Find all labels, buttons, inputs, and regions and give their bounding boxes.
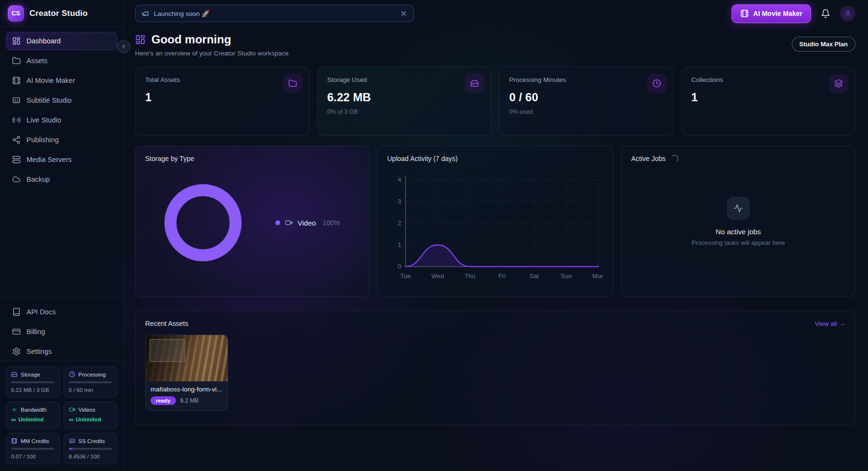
stat-sub: 0% of 3 GB [327, 108, 482, 115]
sidebar-item-label: Media Servers [27, 156, 71, 163]
topbar: Launching soon 🚀 AI Movie Maker [123, 0, 868, 23]
banner-text: Launching soon 🚀 [154, 10, 210, 17]
usage-card-storage: Storage 6.22 MB / 3 GB [6, 366, 60, 398]
dashboard-content: Good morning Here's an overview of your … [123, 23, 868, 425]
page-title: Good morning [151, 33, 231, 46]
avatar[interactable] [840, 6, 855, 21]
sidebar-item-live-studio[interactable]: Live Studio [6, 111, 117, 129]
svg-text:Fri: Fri [498, 272, 505, 280]
film-icon [740, 9, 749, 18]
sidebar-item-dashboard[interactable]: Dashboard [6, 32, 117, 50]
credit-card-icon [12, 327, 21, 336]
sidebar-item-settings[interactable]: Settings [6, 342, 117, 361]
video-icon [69, 406, 75, 413]
wifi-icon [11, 406, 17, 413]
stat-label: Collections [692, 76, 846, 83]
svg-text:Sat: Sat [529, 272, 539, 280]
usage-card-processing: Processing 0 / 60 min [64, 366, 118, 398]
folder-icon [12, 56, 21, 65]
usage-value: 6.22 MB / 3 GB [11, 387, 54, 393]
page-header: Good morning Here's an overview of your … [135, 33, 855, 57]
video-icon [285, 219, 293, 227]
creator-studio-app: CS Creator Studio Dashboard Assets AI Mo… [0, 0, 868, 471]
sidebar-item-label: Live Studio [27, 116, 61, 124]
usage-value: 0 / 60 min [69, 387, 112, 393]
svg-text:Thu: Thu [464, 272, 475, 280]
broadcast-icon [12, 116, 21, 124]
stat-sub: 0% used [509, 108, 664, 115]
sidebar-nav: Dashboard Assets AI Movie Maker Subtitle… [0, 27, 123, 188]
dashboard-icon [12, 37, 21, 45]
usage-label: SS Credits [79, 438, 105, 444]
close-icon[interactable] [400, 10, 407, 17]
sidebar-item-label: Publishing [27, 136, 59, 144]
clock-icon [69, 371, 75, 377]
share-icon [12, 135, 21, 144]
sidebar-collapse-button[interactable] [117, 40, 130, 53]
bell-icon[interactable] [821, 9, 830, 18]
usage-label: Storage [21, 372, 40, 377]
donut-ring [164, 184, 242, 261]
layers-icon [829, 74, 848, 93]
sidebar-item-assets[interactable]: Assets [6, 52, 117, 70]
upload-activity-line-chart: 01234TueWedThuFriSatSunMon [387, 165, 603, 283]
sidebar-item-label: Dashboard [27, 37, 61, 45]
mm-credits-progressbar [11, 448, 54, 450]
folder-icon [283, 74, 302, 93]
sidebar-item-media-servers[interactable]: Media Servers [6, 150, 117, 169]
stat-value: 1 [692, 91, 846, 104]
stat-card-storage-used: Storage Used 6.22 MB 0% of 3 GB [317, 67, 492, 136]
asset-size: 6.2 MB [180, 397, 199, 404]
topbar-actions: AI Movie Maker [732, 4, 855, 23]
sidebar-item-api-docs[interactable]: API Docs [6, 303, 117, 321]
activity-icon [727, 197, 750, 220]
ss-credits-progressbar [69, 448, 112, 450]
legend-percent: 100% [323, 219, 340, 227]
main-area: Launching soon 🚀 AI Movie Maker [123, 0, 868, 471]
view-all-link[interactable]: View all → [814, 320, 845, 327]
asset-name: mafiaboss-long-form-vi... [146, 381, 228, 393]
ai-movie-maker-button[interactable]: AI Movie Maker [732, 4, 811, 23]
plan-badge[interactable]: Studio Max Plan [792, 37, 855, 52]
usage-value: Unlimited [76, 417, 101, 422]
usage-label: MM Credits [21, 438, 49, 444]
sidebar-secondary-nav: API Docs Billing Settings [0, 302, 123, 361]
stat-label: Processing Minutes [509, 76, 664, 83]
stat-value: 1 [145, 91, 299, 104]
sidebar-item-publishing[interactable]: Publishing [6, 131, 117, 149]
upload-activity-panel: Upload Activity (7 days) 01234TueWedThuF… [377, 146, 613, 297]
svg-text:2: 2 [398, 219, 401, 227]
film-icon [12, 76, 21, 85]
usage-label: Videos [79, 407, 95, 413]
stat-label: Total Assets [145, 76, 299, 83]
stat-value: 6.22 MB [327, 91, 482, 104]
stat-label: Storage Used [327, 76, 482, 83]
hard-drive-icon [11, 371, 17, 377]
asset-card[interactable]: mafiaboss-long-form-vi... ready 6.2 MB [145, 335, 228, 411]
section-title: Recent Assets [145, 320, 189, 327]
server-icon [12, 155, 21, 164]
infinity-icon: ∞ [11, 417, 16, 422]
legend-swatch [275, 220, 280, 225]
sidebar-item-label: Billing [27, 328, 45, 336]
usage-label: Processing [79, 372, 106, 377]
svg-text:3: 3 [398, 198, 401, 205]
usage-value: 0.07 / 100 [11, 454, 54, 459]
brand-home-link[interactable]: CS Creator Studio [0, 0, 123, 27]
announcement-banner[interactable]: Launching soon 🚀 [135, 5, 414, 22]
active-jobs-panel: Active Jobs No active jobs Processing ta… [621, 146, 855, 297]
stats-row: Total Assets 1 Storage Used 6.22 MB 0% o… [135, 67, 855, 136]
empty-state-title: No active jobs [716, 228, 761, 236]
sidebar-item-label: Assets [27, 57, 48, 65]
hard-drive-icon [465, 74, 484, 93]
usage-label: Bandwidth [21, 407, 47, 413]
sidebar-item-ai-movie-maker[interactable]: AI Movie Maker [6, 71, 117, 90]
storage-donut-chart: Video 100% [145, 162, 359, 283]
usage-card-bandwidth: Bandwidth ∞ Unlimited [6, 402, 60, 429]
sidebar-item-subtitle-studio[interactable]: Subtitle Studio [6, 91, 117, 109]
empty-state-subtitle: Processing tasks will appear here [692, 239, 785, 246]
app-logo: CS [8, 5, 24, 22]
sidebar-item-backup[interactable]: Backup [6, 170, 117, 188]
cloud-icon [12, 175, 21, 184]
sidebar-item-billing[interactable]: Billing [6, 323, 117, 341]
